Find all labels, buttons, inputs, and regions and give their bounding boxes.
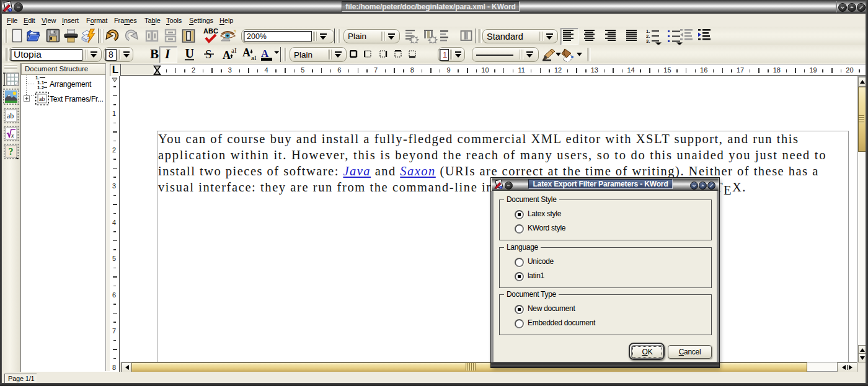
svg-text:U: U — [185, 46, 194, 60]
svg-text:ABC: ABC — [203, 27, 218, 35]
svg-text:I: I — [164, 46, 170, 61]
svg-text:?: ? — [9, 146, 14, 157]
svg-text:I: I — [254, 54, 257, 61]
svg-text:x: x — [11, 132, 14, 139]
svg-text:I: I — [234, 46, 237, 54]
svg-text:A: A — [223, 49, 231, 61]
svg-text:B: B — [150, 46, 159, 61]
svg-text:3.: 3. — [646, 38, 650, 44]
svg-text:1.2: 1.2 — [37, 85, 45, 90]
svg-text:A: A — [261, 48, 269, 59]
svg-text:ab: ab — [7, 112, 14, 120]
svg-text:A: A — [242, 46, 250, 59]
svg-text:ab: ab — [39, 95, 45, 102]
